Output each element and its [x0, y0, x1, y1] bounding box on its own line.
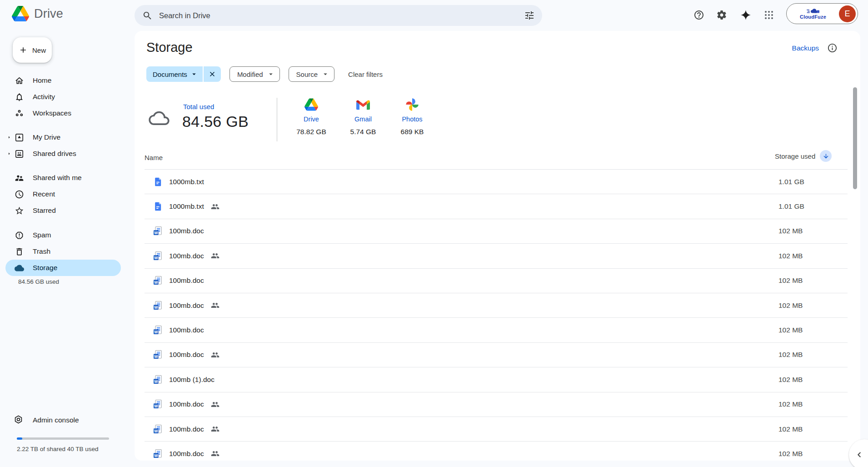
clear-filters-button[interactable]: Clear filters	[348, 70, 383, 78]
sidebar-item-label: Storage	[33, 264, 57, 272]
cloudfuze-logo: CloudFuze	[791, 8, 835, 20]
home-icon	[14, 75, 25, 86]
shared-people-icon	[211, 301, 219, 310]
txt-file-icon	[153, 177, 163, 187]
source-filter-button[interactable]: Source	[289, 66, 335, 82]
file-name: 100mb.doc	[169, 227, 204, 235]
sidebar: New Home Activity Workspaces My Drive Sh…	[0, 31, 127, 467]
new-button[interactable]: New	[13, 37, 52, 63]
sidebar-item-recent[interactable]: Recent	[5, 186, 121, 202]
total-used-value: 84.56 GB	[182, 113, 249, 131]
doc-file-icon: W	[153, 251, 163, 261]
gemini-button[interactable]	[737, 6, 755, 24]
sidebar-item-home[interactable]: Home	[5, 72, 121, 89]
storage-used-label: Storage used	[775, 152, 815, 160]
shared-people-icon	[211, 351, 219, 359]
quota-progress-fill	[17, 437, 22, 440]
table-row[interactable]: W 100mb.doc 102 MB	[145, 392, 848, 417]
filter-bar: Documents Modified Source Clear filters	[146, 66, 383, 82]
table-row[interactable]: W 100mb.doc 102 MB	[145, 343, 848, 367]
sidebar-item-shared-drives[interactable]: Shared drives	[5, 146, 121, 162]
txt-file-icon	[153, 201, 163, 211]
table-row[interactable]: W 100mb.doc 102 MB	[145, 219, 848, 244]
file-size: 102 MB	[778, 227, 803, 235]
search-options-icon[interactable]	[524, 10, 535, 21]
file-name: 100mb.doc	[169, 400, 204, 408]
sort-descending-badge[interactable]	[820, 150, 832, 162]
file-name: 100mb.doc	[169, 351, 204, 359]
sidebar-item-shared-with-me[interactable]: Shared with me	[5, 170, 121, 186]
shared-people-icon	[211, 400, 219, 409]
table-row[interactable]: W 1000mb.txt 1.01 GB	[145, 194, 848, 219]
table-row[interactable]: W 100mb.doc 102 MB	[145, 244, 848, 268]
file-size: 102 MB	[778, 450, 803, 458]
sidebar-item-label: Home	[33, 76, 51, 85]
sidebar-item-workspaces[interactable]: Workspaces	[5, 105, 121, 121]
drive-service-icon	[304, 98, 318, 111]
sidebar-item-storage[interactable]: Storage	[5, 260, 121, 276]
modified-filter-button[interactable]: Modified	[229, 66, 280, 82]
drive-logo-icon	[12, 6, 29, 21]
chevron-down-icon	[321, 70, 329, 78]
table-row[interactable]: W 100mb (1).doc 102 MB	[145, 367, 848, 392]
storage-used-caption: 84.56 GB used	[18, 278, 59, 285]
admin-console-icon	[14, 415, 25, 426]
table-row[interactable]: W 100mb.doc 102 MB	[145, 417, 848, 442]
svg-text:W: W	[154, 453, 158, 458]
service-gmail[interactable]: Gmail 5.74 GB	[340, 98, 386, 136]
avatar-initial: E	[844, 9, 850, 19]
service-name: Drive	[289, 115, 334, 123]
search-bar[interactable]	[135, 5, 542, 26]
settings-button[interactable]	[713, 6, 731, 24]
gear-icon	[716, 10, 727, 20]
documents-filter-button[interactable]: Documents	[146, 66, 203, 82]
svg-text:W: W	[154, 428, 158, 433]
search-icon	[142, 10, 153, 21]
clear-documents-filter-button[interactable]	[204, 66, 221, 82]
file-size: 1.01 GB	[778, 178, 804, 186]
sidebar-item-label: Starred	[33, 206, 56, 215]
storage-used-column-header[interactable]: Storage used	[775, 150, 832, 162]
info-icon[interactable]	[827, 43, 838, 53]
backups-link[interactable]: Backups	[792, 44, 819, 52]
file-name: 100mb.doc	[169, 301, 204, 310]
doc-file-icon: W	[153, 399, 163, 409]
account-pill[interactable]: CloudFuze E	[786, 3, 858, 24]
file-size: 102 MB	[778, 351, 803, 359]
doc-file-icon: W	[153, 226, 163, 236]
apps-grid-button[interactable]	[760, 6, 778, 24]
service-drive[interactable]: Drive 78.82 GB	[289, 98, 334, 136]
svg-text:W: W	[154, 255, 158, 260]
service-photos[interactable]: Photos 689 KB	[389, 98, 435, 136]
expand-arrow-icon[interactable]	[6, 151, 12, 156]
expand-arrow-icon[interactable]	[6, 135, 12, 140]
table-row[interactable]: W 100mb.doc 102 MB	[145, 293, 848, 318]
admin-console-item[interactable]: Admin console	[5, 412, 121, 428]
search-input[interactable]	[159, 11, 524, 20]
sidebar-item-my-drive[interactable]: My Drive	[5, 129, 121, 146]
table-row[interactable]: W 100mb.doc 102 MB	[145, 442, 848, 461]
help-button[interactable]	[690, 6, 708, 24]
sidebar-item-starred[interactable]: Starred	[5, 202, 121, 219]
drive-brand[interactable]: Drive	[12, 6, 63, 21]
sidebar-item-spam[interactable]: Spam	[5, 227, 121, 243]
doc-file-icon: W	[153, 350, 163, 360]
chevron-left-icon	[854, 450, 864, 460]
page-title: Storage	[146, 40, 193, 55]
sidebar-item-label: Spam	[33, 231, 51, 239]
doc-file-icon: W	[153, 449, 163, 459]
cloudfuze-glyph-icon	[806, 8, 820, 14]
table-row[interactable]: W 1000mb.txt 1.01 GB	[145, 170, 848, 194]
name-column-header[interactable]: Name	[145, 154, 163, 161]
vertical-scrollbar-thumb[interactable]	[853, 87, 857, 189]
new-button-label: New	[32, 46, 46, 54]
table-row[interactable]: W 100mb.doc 102 MB	[145, 269, 848, 293]
sidebar-item-trash[interactable]: Trash	[5, 243, 121, 260]
workspaces-icon	[14, 108, 25, 119]
avatar[interactable]: E	[839, 5, 856, 22]
help-icon	[693, 10, 704, 20]
table-row[interactable]: W 100mb.doc 102 MB	[145, 318, 848, 342]
doc-file-icon: W	[153, 301, 163, 311]
sidebar-item-activity[interactable]: Activity	[5, 89, 121, 105]
quota-progress	[17, 437, 109, 440]
